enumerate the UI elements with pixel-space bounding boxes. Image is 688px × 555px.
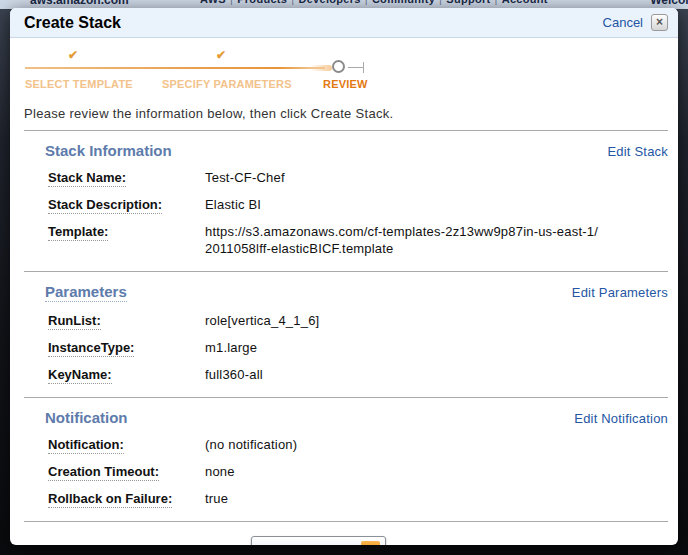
nav-separator: | [361,0,372,5]
notification-value: (no notification) [205,436,297,453]
forward-arrow-icon [361,541,380,545]
creation-timeout-value: none [205,463,235,480]
review-instruction: Please review the information below, the… [24,106,668,121]
runlist-row: RunList: role[vertica_4_1_6] [48,312,668,329]
progress-line-remaining [348,67,363,68]
stack-description-value: Elastic BI [205,196,261,213]
section-heading: Parameters [45,283,127,302]
field-label: Stack Name: [48,169,205,186]
notification-row: Notification: (no notification) [48,436,668,453]
edit-notification-link[interactable]: Edit Notification [574,411,668,426]
dialog-body: Please review the information below, the… [10,106,678,545]
stack-name-row: Stack Name: Test-CF-Chef [48,169,668,186]
section-parameters: Parameters Edit Parameters RunList: role… [23,272,668,397]
rollback-value: true [205,490,228,507]
section-header: Stack Information Edit Stack [23,142,668,159]
background-nav-item: Support [446,0,490,5]
aws-logo: aws.amazon.com [30,0,129,7]
divider [24,521,668,522]
section-notification: Notification Edit Notification Notificat… [23,398,668,521]
dialog-title: Create Stack [24,14,603,32]
runlist-value: role[vertica_4_1_6] [205,312,319,329]
nav-separator: | [287,0,298,5]
nav-separator: | [226,0,237,5]
close-icon[interactable]: × [651,14,668,31]
creation-timeout-row: Creation Timeout: none [48,463,668,480]
check-icon: ✔ [68,48,78,62]
progress-line-trail [310,65,332,71]
progress-line [25,67,325,69]
dialog-header: Create Stack Cancel × [10,8,678,38]
step-specify-parameters: SPECIFY PARAMETERS [162,78,292,90]
section-header: Notification Edit Notification [23,409,668,426]
stack-description-row: Stack Description: Elastic BI [48,196,668,213]
template-row: Template: https://s3.amazonaws.com/cf-te… [48,223,668,257]
section-stack-information: Stack Information Edit Stack Stack Name:… [23,131,668,271]
create-stack-dialog: Create Stack Cancel × ✔ ✔ SELECT TEMPLAT… [10,8,678,545]
step-select-template: SELECT TEMPLATE [25,78,133,90]
background-nav-item: Products [237,0,287,5]
keyname-row: KeyName: full360-all [48,366,668,383]
step-review: REVIEW [323,78,368,90]
instancetype-row: InstanceType: m1.large [48,339,668,356]
stack-name-value: Test-CF-Chef [205,169,285,186]
field-label: InstanceType: [48,339,205,356]
section-header: Parameters Edit Parameters [23,283,668,302]
field-label: RunList: [48,312,205,329]
nav-separator: | [491,0,502,5]
background-nav-item: AWS [200,0,226,5]
create-stack-button[interactable]: Create Stack [251,536,386,545]
field-label: Stack Description: [48,196,205,213]
check-icon: ✔ [216,48,226,62]
section-heading: Notification [45,409,128,426]
background-welcome-text: Welcom [650,0,688,7]
nav-separator: | [435,0,446,5]
field-label: Creation Timeout: [48,463,205,480]
dialog-footer: ‹Back Create Stack [23,534,668,545]
template-url-value: https://s3.amazonaws.com/cf-templates-2z… [205,223,605,257]
background-nav-item: Community [372,0,435,5]
edit-parameters-link[interactable]: Edit Parameters [572,285,668,300]
field-label: Notification: [48,436,205,453]
field-label: Rollback on Failure: [48,490,205,507]
wizard-steps: ✔ ✔ SELECT TEMPLATE SPECIFY PARAMETERS R… [10,48,678,100]
progress-end-tick [363,62,364,73]
background-nav-item: Account [502,0,548,5]
current-step-marker [332,60,345,73]
field-label: Template: [48,223,205,257]
create-stack-button-label: Create Stack [265,543,352,546]
instancetype-value: m1.large [205,339,257,356]
edit-stack-link[interactable]: Edit Stack [607,144,668,159]
rollback-row: Rollback on Failure: true [48,490,668,507]
field-label: KeyName: [48,366,205,383]
section-heading: Stack Information [45,142,172,159]
back-link-label: Back [45,543,78,545]
keyname-value: full360-all [205,366,263,383]
back-link[interactable]: ‹Back [35,543,78,545]
background-nav: AWS|Products|Developers|Community|Suppor… [200,0,548,5]
background-nav-item: Developers [298,0,360,5]
back-arrow-icon: ‹ [35,544,40,545]
cancel-link[interactable]: Cancel [603,15,643,30]
